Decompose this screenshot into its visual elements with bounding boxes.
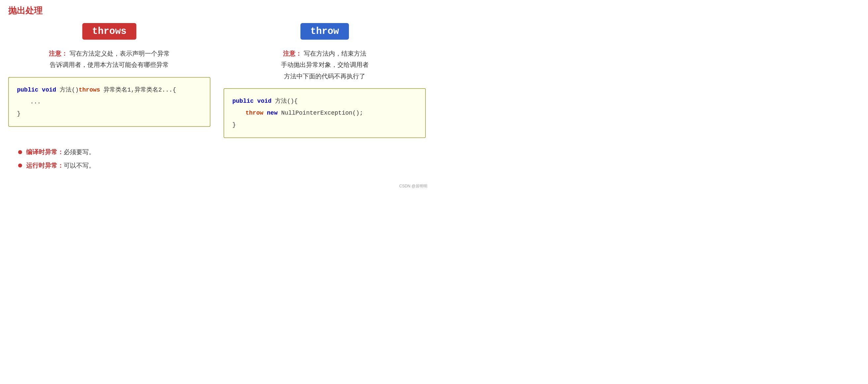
throws-note-text-1: 写在方法定义处，表示声明一个异常: [70, 50, 170, 57]
watermark: CSDN @居明明: [399, 183, 427, 189]
throws-note-line-2: 告诉调用者，使用本方法可能会有哪些异常: [8, 59, 210, 70]
throw-code-method: 方法(){: [275, 98, 298, 105]
throws-code-line-1: public void 方法()throws 异常类名1,异常类名2...{: [17, 84, 202, 96]
throws-code-box: public void 方法()throws 异常类名1,异常类名2...{ .…: [8, 77, 210, 127]
throws-column: throws 注意： 写在方法定义处，表示声明一个异常 告诉调用者，使用本方法可…: [8, 23, 210, 138]
throw-note-line-1: 注意： 写在方法内，结束方法: [224, 48, 426, 59]
bullet-dot-2: [18, 163, 22, 167]
runtime-exception-label: 运行时异常：: [26, 161, 64, 170]
compile-exception-label: 编译时异常：: [26, 148, 64, 156]
throws-code-void-kw: void: [42, 86, 56, 94]
main-content: throws 注意： 写在方法定义处，表示声明一个异常 告诉调用者，使用本方法可…: [8, 23, 426, 138]
throw-code-public: public: [232, 98, 254, 105]
throw-code-exception: NullPointerException();: [281, 110, 363, 116]
throw-note-text-1: 写在方法内，结束方法: [304, 50, 366, 57]
throws-note-label: 注意：: [49, 50, 68, 57]
throws-code-line-2: ...: [17, 96, 202, 108]
throw-code-new-kw: new: [267, 110, 277, 116]
throws-note-line-1: 注意： 写在方法定义处，表示声明一个异常: [8, 48, 210, 59]
throw-code-box: public void 方法(){ throw new NullPointerE…: [224, 88, 426, 138]
throws-code-line-3: }: [17, 108, 202, 119]
throw-code-line-1: public void 方法(){: [232, 96, 417, 107]
throws-code-method: 方法(): [60, 86, 79, 94]
throw-note-line-2: 手动抛出异常对象，交给调用者: [224, 59, 426, 70]
bottom-note-item-1: 编译时异常： 必须要写。: [18, 148, 426, 156]
bottom-notes: 编译时异常： 必须要写。 运行时异常： 可以不写。: [8, 148, 426, 170]
page-title: 抛出处理: [8, 5, 426, 16]
throws-code-public: public: [17, 86, 39, 94]
throw-column: throw 注意： 写在方法内，结束方法 手动抛出异常对象，交给调用者 方法中下…: [224, 23, 426, 138]
throw-note-section: 注意： 写在方法内，结束方法 手动抛出异常对象，交给调用者 方法中下面的代码不再…: [224, 48, 426, 82]
compile-exception-text: 必须要写。: [64, 148, 95, 156]
throw-code-keyword: throw: [246, 110, 264, 116]
throws-badge: throws: [82, 23, 136, 40]
throws-note-section: 注意： 写在方法定义处，表示声明一个异常 告诉调用者，使用本方法可能会有哪些异常: [8, 48, 210, 70]
throws-code-keyword: throws: [79, 86, 100, 94]
throw-badge: throw: [301, 23, 349, 40]
throw-note-line-3: 方法中下面的代码不再执行了: [224, 70, 426, 82]
bullet-dot-1: [18, 150, 22, 154]
throws-code-exceptions: 异常类名1,异常类名2...{: [100, 86, 176, 94]
bottom-note-item-2: 运行时异常： 可以不写。: [18, 161, 426, 170]
throw-code-void-kw: void: [257, 98, 271, 105]
throw-code-line-3: }: [232, 119, 417, 131]
runtime-exception-text: 可以不写。: [64, 161, 95, 170]
throw-code-line-2: throw new NullPointerException();: [232, 107, 417, 119]
throw-note-label: 注意：: [283, 50, 302, 57]
